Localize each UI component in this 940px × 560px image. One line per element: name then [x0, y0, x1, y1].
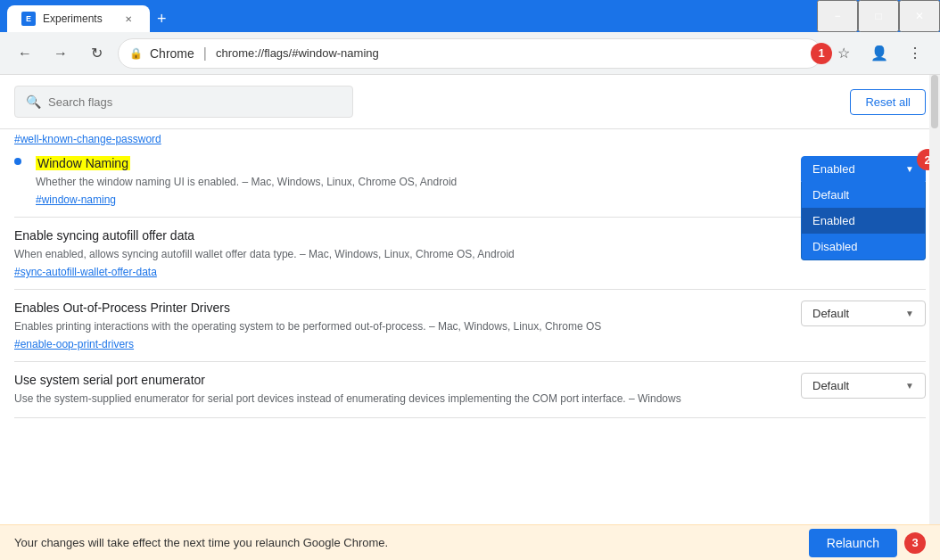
search-input[interactable] [48, 95, 342, 109]
content-area: 🔍 Reset all #well-known-change-password … [0, 75, 940, 524]
flag-title-text: Enables Out-of-Process Printer Drivers [14, 301, 230, 315]
back-button[interactable]: ← [11, 39, 39, 68]
flag-text: Enable syncing autofill offer data When … [14, 228, 787, 278]
address-separator: | [203, 45, 207, 62]
search-input-wrap[interactable]: 🔍 [14, 86, 353, 118]
dropdown-default[interactable]: Default ▼ [801, 301, 926, 326]
relaunch-button[interactable]: Relaunch [809, 529, 897, 557]
toolbar-right: ☆ 👤 ⋮ [829, 39, 929, 68]
dropdown-value: Enabled [812, 162, 855, 176]
flag-title: Window Naming [36, 156, 787, 170]
address-text: chrome://flags/#window-naming [216, 46, 811, 60]
minimize-button[interactable]: − [817, 0, 858, 32]
flag-text: Window Naming Whether the window naming … [36, 156, 787, 206]
flag-anchor-link[interactable]: #sync-autofill-wallet-offer-data [14, 266, 787, 278]
refresh-button[interactable]: ↻ [82, 39, 111, 68]
flag-desc: Use the system-supplied enumerator for s… [14, 391, 787, 407]
flag-title-text: Enable syncing autofill offer data [14, 228, 194, 243]
menu-button[interactable]: ⋮ [901, 39, 929, 68]
tab-close-button[interactable]: ✕ [121, 12, 136, 26]
relaunch-message: Your changes will take effect the next t… [14, 536, 388, 549]
badge-3: 3 [904, 532, 926, 554]
chrome-label: Chrome [150, 46, 194, 61]
close-button[interactable]: ✕ [899, 0, 940, 32]
address-bar[interactable]: 🔒 Chrome | chrome://flags/#window-naming… [118, 38, 822, 69]
flag-ctrl: Default ▼ [801, 373, 926, 399]
flag-ctrl: Enabled ▼ Default Enabled Disabled 2 [801, 156, 926, 182]
maximize-button[interactable]: □ [858, 0, 899, 32]
dropdown-value: Default [812, 379, 849, 392]
badge-1: 1 [811, 43, 832, 64]
flags-list: #well-known-change-password Window Namin… [0, 129, 940, 524]
flags-search-bar: 🔍 Reset all [0, 75, 940, 129]
relaunch-wrap: Relaunch 3 [809, 529, 926, 557]
tab-favicon: E [21, 12, 36, 26]
flag-title-text: Window Naming [36, 156, 130, 170]
flag-desc: When enabled, allows syncing autofill wa… [14, 246, 787, 262]
tab-title: Experiments [43, 12, 114, 25]
lock-icon: 🔒 [129, 47, 143, 60]
dropdown-option-disabled[interactable]: Disabled [802, 234, 925, 259]
flag-ctrl: Default ▼ [801, 301, 926, 326]
dropdown-value: Default [812, 307, 849, 320]
flag-title: Enable syncing autofill offer data [14, 228, 787, 243]
flag-text: Use system serial port enumerator Use th… [14, 373, 787, 407]
reset-all-button[interactable]: Reset all [850, 89, 926, 115]
search-icon: 🔍 [26, 95, 41, 109]
scrollbar[interactable] [929, 75, 940, 524]
anchor-link-top[interactable]: #well-known-change-password [14, 133, 926, 145]
flag-anchor-link[interactable]: #window-naming [36, 194, 787, 206]
window-controls: − □ ✕ [817, 0, 940, 32]
flag-desc: Enables printing interactions with the o… [14, 318, 787, 334]
flag-dot-indicator [14, 158, 21, 165]
chevron-down-icon: ▼ [905, 164, 914, 174]
chevron-down-icon: ▼ [905, 309, 914, 318]
chevron-down-icon: ▼ [905, 381, 914, 391]
toolbar: ← → ↻ 🔒 Chrome | chrome://flags/#window-… [0, 32, 940, 75]
flag-text: Enables Out-of-Process Printer Drivers E… [14, 301, 787, 350]
dropdown-option-default[interactable]: Default [802, 182, 925, 208]
flag-title-text: Use system serial port enumerator [14, 373, 205, 387]
active-tab[interactable]: E Experiments ✕ [7, 5, 150, 32]
scrollbar-thumb[interactable] [931, 75, 938, 128]
flag-title: Use system serial port enumerator [14, 373, 787, 387]
flag-desc: Whether the window naming UI is enabled.… [36, 174, 787, 190]
dropdown-default[interactable]: Default ▼ [801, 373, 926, 399]
new-tab-button[interactable]: + [150, 5, 174, 32]
flag-item: Enables Out-of-Process Printer Drivers E… [14, 290, 926, 362]
dropdown-option-enabled[interactable]: Enabled [802, 208, 925, 234]
profile-button[interactable]: 👤 [865, 39, 894, 68]
forward-button[interactable]: → [46, 39, 75, 68]
dropdown-menu: Default Enabled Disabled [801, 182, 926, 260]
flag-anchor-link[interactable]: #enable-oop-print-drivers [14, 338, 787, 350]
dropdown-button[interactable]: Enabled ▼ [801, 156, 926, 182]
bottom-bar: Your changes will take effect the next t… [0, 524, 940, 560]
bookmark-button[interactable]: ☆ [829, 39, 858, 68]
flag-item: Use system serial port enumerator Use th… [14, 362, 926, 418]
flag-title: Enables Out-of-Process Printer Drivers [14, 301, 787, 315]
flag-item: Enable syncing autofill offer data When … [14, 218, 926, 290]
dropdown-open-wrap: Enabled ▼ Default Enabled Disabled 2 [801, 156, 926, 182]
titlebar: E Experiments ✕ + − □ ✕ [0, 0, 940, 32]
flag-item: Window Naming Whether the window naming … [14, 145, 926, 218]
